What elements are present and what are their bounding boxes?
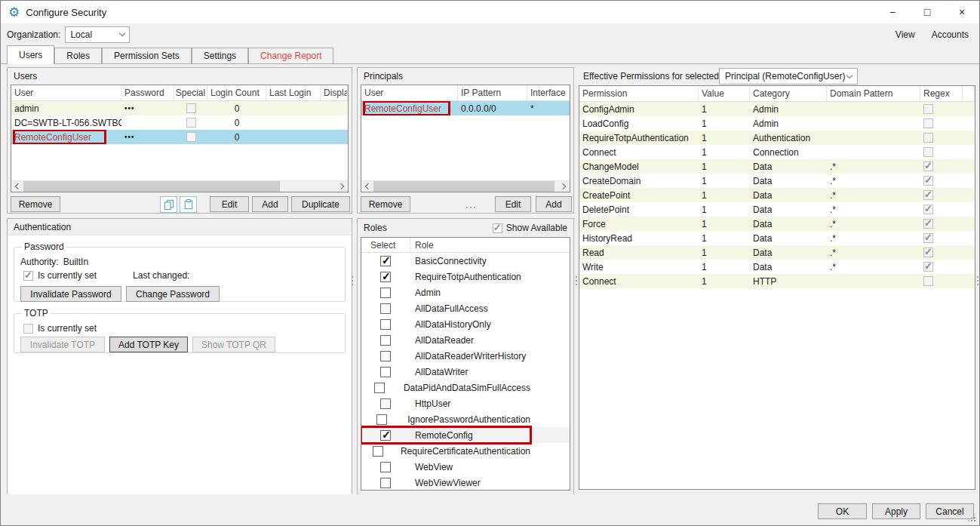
column-header[interactable]: User [361, 85, 458, 100]
column-header[interactable]: Password [121, 85, 174, 100]
remove-principal-button[interactable]: Remove [361, 196, 410, 212]
regex-checkbox[interactable] [923, 104, 933, 114]
regex-checkbox[interactable] [923, 161, 933, 171]
role-row[interactable]: AllDataReader [361, 332, 570, 348]
column-header[interactable]: Login Count [207, 85, 266, 100]
close-button[interactable]: × [945, 1, 979, 23]
role-checkbox[interactable] [380, 430, 391, 441]
regex-checkbox[interactable] [923, 205, 933, 214]
regex-checkbox[interactable] [923, 147, 933, 157]
column-header[interactable]: IP Pattern [458, 85, 527, 100]
edit-user-button[interactable]: Edit [210, 196, 249, 212]
column-header[interactable]: Select [361, 240, 410, 251]
role-checkbox[interactable] [373, 446, 383, 457]
column-header[interactable]: Permission [579, 86, 699, 101]
show-available-checkbox[interactable] [493, 223, 502, 233]
column-header[interactable]: User [11, 85, 121, 100]
scroll-left-icon[interactable] [11, 181, 23, 192]
regex-checkbox[interactable] [923, 133, 933, 143]
add-principal-button[interactable]: Add [536, 196, 572, 212]
scroll-right-icon[interactable] [558, 181, 570, 192]
role-row[interactable]: AllDataFullAccess [361, 300, 570, 316]
change-password-button[interactable]: Change Password [126, 286, 220, 302]
permission-row[interactable]: Read 1 Data .* [579, 245, 975, 260]
regex-checkbox[interactable] [923, 262, 933, 272]
password-set-checkbox[interactable] [23, 271, 33, 281]
regex-checkbox[interactable] [923, 190, 933, 200]
copy-button[interactable] [160, 196, 177, 213]
permission-row[interactable]: HistoryRead 1 Data .* [579, 231, 975, 245]
permission-row[interactable]: Force 1 Data .* [579, 217, 975, 231]
role-row[interactable]: DataPidAndDataSimFullAccess [361, 380, 570, 395]
user-row[interactable]: admin ••• 0 [11, 101, 348, 115]
scroll-left-icon[interactable] [361, 181, 373, 192]
role-row[interactable]: RequireTotpAuthentication [361, 269, 570, 285]
splitter-grip[interactable] [466, 207, 475, 208]
horizontal-scrollbar[interactable] [361, 180, 570, 192]
permission-row[interactable]: Connect 1 Connection [579, 145, 975, 159]
remove-user-button[interactable]: Remove [11, 196, 60, 212]
role-checkbox[interactable] [380, 462, 391, 472]
role-checkbox[interactable] [380, 272, 391, 282]
tab[interactable]: Permission Sets [102, 48, 192, 63]
column-header[interactable]: Value [699, 86, 750, 101]
role-row[interactable]: IgnorePasswordAuthentication [361, 411, 570, 427]
tab[interactable]: Change Report [248, 48, 333, 63]
permission-row[interactable]: Write 1 Data .* [579, 260, 975, 274]
role-checkbox[interactable] [380, 303, 391, 314]
column-header[interactable]: Displa [321, 85, 348, 100]
invalidate-password-button[interactable]: Invalidate Password [20, 286, 121, 302]
regex-checkbox[interactable] [923, 276, 933, 286]
show-totp-qr-button[interactable]: Show TOTP QR [192, 337, 275, 352]
column-header[interactable]: Category [750, 86, 827, 101]
permission-row[interactable]: ChangeModel 1 Data .* [579, 159, 975, 174]
splitter-grip[interactable] [975, 272, 980, 289]
role-checkbox[interactable] [380, 256, 391, 266]
role-checkbox[interactable] [380, 478, 391, 488]
edit-principal-button[interactable]: Edit [495, 196, 531, 212]
maximize-button[interactable]: □ [910, 1, 945, 23]
role-row[interactable]: WebViewViewer [361, 475, 570, 491]
tab[interactable]: Settings [192, 48, 248, 63]
principal-row[interactable]: RemoteConfigUser 0.0.0.0/0 * [361, 101, 570, 115]
duplicate-user-button[interactable]: Duplicate [291, 196, 350, 212]
totp-set-checkbox[interactable] [23, 324, 33, 334]
scroll-right-icon[interactable] [336, 181, 348, 192]
scrollbar-thumb[interactable] [23, 181, 280, 192]
role-checkbox[interactable] [380, 335, 391, 346]
permission-row[interactable]: RequireTotpAuthentication 1 Authenticati… [579, 131, 975, 145]
tab[interactable]: Users [7, 45, 54, 64]
role-checkbox[interactable] [374, 383, 385, 393]
role-checkbox[interactable] [380, 398, 391, 409]
column-header[interactable]: Role [410, 238, 570, 252]
cancel-button[interactable]: Cancel [926, 503, 974, 519]
special-checkbox[interactable] [186, 118, 196, 128]
permissions-selector[interactable]: Principal (RemoteConfigUser) [719, 68, 858, 85]
invalidate-totp-button[interactable]: Invalidate TOTP [20, 337, 105, 352]
role-row[interactable]: AllDataWriter [361, 364, 570, 380]
user-row[interactable]: RemoteConfigUser ••• 0 [11, 130, 348, 144]
role-row[interactable]: AllDataHistoryOnly [361, 316, 570, 332]
column-header[interactable]: Last Login [266, 85, 321, 100]
column-header[interactable]: Regex [920, 86, 963, 101]
special-checkbox[interactable] [186, 132, 196, 142]
permission-row[interactable]: Connect 1 HTTP [579, 274, 975, 288]
resize-grip[interactable] [974, 520, 975, 521]
add-user-button[interactable]: Add [252, 196, 288, 212]
column-header[interactable]: Interface [527, 85, 570, 100]
role-row[interactable]: WebView [361, 459, 570, 475]
add-totp-key-button[interactable]: Add TOTP Key [109, 337, 188, 352]
menu-view[interactable]: View [896, 29, 915, 40]
role-checkbox[interactable] [380, 351, 391, 361]
permission-row[interactable]: LoadConfig 1 Admin [579, 116, 975, 131]
regex-checkbox[interactable] [923, 219, 933, 229]
splitter-grip[interactable] [350, 272, 355, 289]
tab[interactable]: Roles [54, 48, 102, 63]
column-header[interactable]: Special [174, 85, 207, 100]
role-checkbox[interactable] [380, 367, 391, 377]
ok-button[interactable]: OK [818, 503, 867, 519]
regex-checkbox[interactable] [923, 176, 933, 186]
role-row[interactable]: HttpUser [361, 395, 570, 411]
role-checkbox[interactable] [380, 319, 391, 330]
apply-button[interactable]: Apply [872, 503, 920, 519]
